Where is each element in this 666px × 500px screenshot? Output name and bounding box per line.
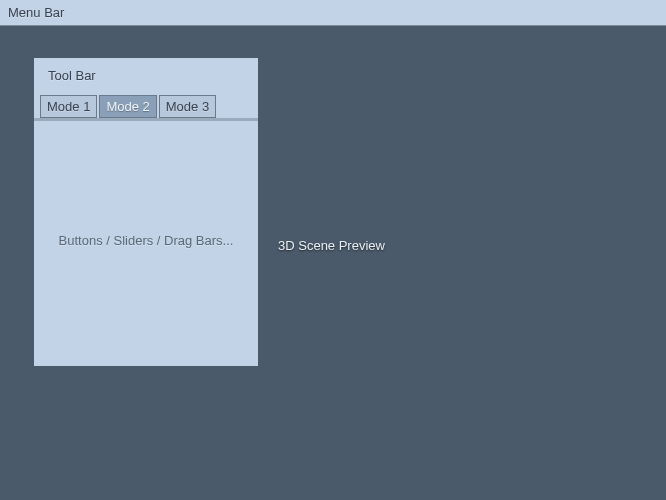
workspace: Tool Bar Mode 1 Mode 2 Mode 3 Buttons / … [0,26,666,500]
tool-panel-title: Tool Bar [34,58,258,92]
tool-body-placeholder: Buttons / Sliders / Drag Bars... [59,233,234,248]
scene-preview-label: 3D Scene Preview [278,238,385,253]
tab-mode-1[interactable]: Mode 1 [40,95,97,118]
tool-panel: Tool Bar Mode 1 Mode 2 Mode 3 Buttons / … [34,58,258,366]
menu-bar-label: Menu Bar [8,5,64,20]
menu-bar[interactable]: Menu Bar [0,0,666,26]
tab-mode-3[interactable]: Mode 3 [159,95,216,118]
tab-mode-2[interactable]: Mode 2 [99,95,156,118]
tool-panel-body: Buttons / Sliders / Drag Bars... [34,121,258,359]
tool-panel-tabs: Mode 1 Mode 2 Mode 3 [34,92,258,121]
